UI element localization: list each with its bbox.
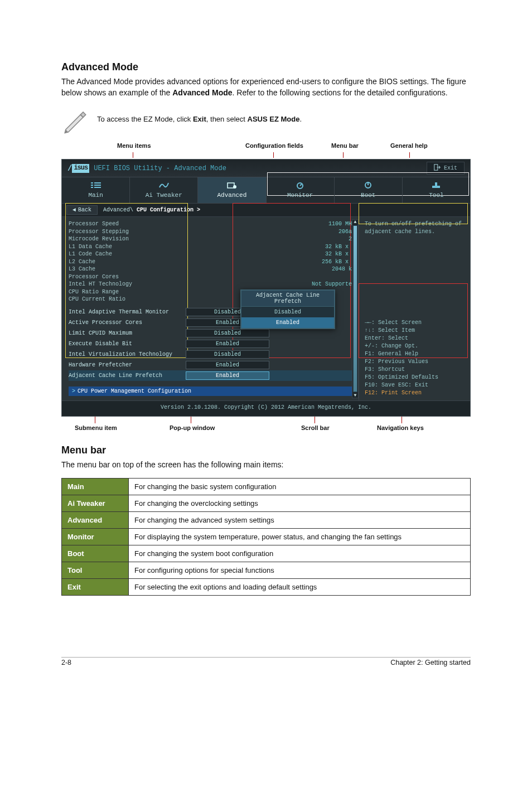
boot-icon — [337, 181, 400, 190]
setting-value[interactable]: Enabled — [186, 340, 269, 348]
setting-name: Adjacent Cache Line Prefetch — [69, 373, 186, 379]
tab-tool-label: Tool — [405, 192, 468, 199]
bios-tabs: Main Ai Tweaker Advanced Monitor Boot To… — [62, 177, 470, 204]
scroll-up-icon[interactable]: ▲ — [354, 220, 357, 224]
svg-rect-1 — [91, 182, 93, 183]
tab-ai-tweaker-label: Ai Tweaker — [132, 192, 195, 199]
info-name: Microcode Revision — [69, 235, 129, 243]
submenu-label: CPU Power Management Configuration — [78, 388, 191, 394]
info-name: Intel HT Technology — [69, 281, 132, 288]
chapter-label: Chapter 2: Getting started — [390, 659, 471, 666]
exit-icon — [434, 164, 441, 172]
table-key: Boot — [62, 545, 129, 562]
info-value: 32 kB x 2 — [325, 250, 355, 258]
breadcrumb-current: CPU Configuration > — [137, 207, 200, 213]
advanced-mode-heading: Advanced Mode — [61, 61, 471, 73]
popup-item-selected[interactable]: Enabled — [241, 317, 334, 328]
tab-ai-tweaker[interactable]: Ai Tweaker — [130, 177, 198, 203]
brand-text: isus — [72, 164, 89, 173]
tab-monitor[interactable]: Monitor — [267, 177, 335, 203]
back-label: Back — [78, 207, 91, 213]
nav-key-line: F1: General Help — [365, 350, 465, 358]
note-pencil-icon — [61, 106, 89, 136]
nav-key-line: +/-: Change Opt. — [365, 342, 465, 350]
svg-rect-3 — [91, 187, 93, 188]
callout-labels-top: Menu items Configuration fields Menu bar… — [61, 142, 471, 152]
bios-side-panel: To turn on/off prefetching of adjacent c… — [359, 217, 470, 400]
setting-row-selected[interactable]: Adjacent Cache Line PrefetchEnabled — [69, 370, 355, 381]
brand-logo: / isus — [67, 164, 89, 173]
table-key: Tool — [62, 562, 129, 579]
page-footer: 2-8 Chapter 2: Getting started — [61, 657, 471, 666]
nav-keys: →←: Select Screen ↑↓: Select Item Enter:… — [365, 319, 465, 397]
table-key: Monitor — [62, 529, 129, 545]
table-desc: For changing the basic system configurat… — [129, 479, 471, 495]
svg-rect-11 — [367, 182, 369, 185]
table-row: ExitFor selecting the exit options and l… — [62, 579, 471, 596]
exit-button[interactable]: Exit — [427, 162, 465, 175]
advanced-icon — [200, 181, 263, 190]
scroll-down-icon[interactable]: ▼ — [354, 393, 357, 398]
callout-menu-bar: Menu bar — [331, 142, 359, 149]
popup-window: Adjacent Cache Line Prefetch Disabled En… — [240, 289, 335, 329]
tab-boot-label: Boot — [337, 192, 400, 199]
ez-mode-note-text: To access the EZ Mode, click Exit, then … — [97, 106, 302, 123]
setting-row[interactable]: Execute Disable BitEnabled — [69, 339, 355, 349]
back-button[interactable]: ◄ Back — [66, 205, 98, 215]
table-row: MonitorFor displaying the system tempera… — [62, 529, 471, 545]
nav-key-line: ↑↓: Select Item — [365, 327, 465, 335]
svg-rect-12 — [432, 186, 440, 188]
callout-ticks-bottom — [61, 417, 471, 424]
general-help-text: To turn on/off prefetching of adjacent c… — [365, 220, 465, 235]
tab-main[interactable]: Main — [62, 177, 130, 203]
nav-key-line-highlight: F12: Print Screen — [365, 389, 465, 397]
callout-menu-items: Menu items — [117, 142, 151, 149]
tab-tool[interactable]: Tool — [403, 177, 470, 203]
setting-row[interactable]: Hardware PrefetcherEnabled — [69, 360, 355, 370]
tab-advanced-label: Advanced — [200, 192, 263, 199]
table-row: ToolFor configuring options for special … — [62, 562, 471, 579]
callout-nav-keys: Navigation keys — [377, 424, 424, 431]
chevron-right-icon: > — [72, 388, 75, 394]
popup-item[interactable]: Disabled — [241, 307, 334, 317]
svg-rect-4 — [94, 182, 101, 183]
info-value: 256 kB x 2 — [322, 258, 355, 266]
table-row: MainFor changing the basic system config… — [62, 479, 471, 495]
setting-value[interactable]: Enabled — [186, 371, 269, 380]
breadcrumb-pre: Advanced\ — [103, 207, 137, 213]
menu-bar-heading: Menu bar — [61, 445, 471, 456]
setting-row[interactable]: Limit CPUID MaximumDisabled — [69, 328, 355, 339]
callout-config-fields: Configuration fields — [245, 142, 303, 149]
nav-key-line: F2: Previous Values — [365, 358, 465, 366]
bios-breadcrumb: ◄ Back Advanced\ CPU Configuration > — [62, 204, 470, 217]
scroll-bar[interactable]: ▲ ▼ — [352, 219, 359, 398]
setting-name: Limit CPUID Maximum — [69, 330, 186, 336]
callout-popup-window: Pop-up window — [170, 424, 215, 431]
scroll-thumb[interactable] — [353, 225, 357, 392]
brand-slash: / — [67, 164, 72, 173]
setting-value[interactable]: Enabled — [186, 361, 269, 369]
tab-advanced[interactable]: Advanced — [198, 177, 266, 203]
advanced-mode-paragraph: The Advanced Mode provides advanced opti… — [61, 76, 471, 98]
table-row: Ai TweakerFor changing the overclocking … — [62, 495, 471, 512]
setting-value[interactable]: Disabled — [186, 329, 269, 337]
callout-labels-bottom: Submenu item Pop-up window Scroll bar Na… — [61, 424, 471, 434]
setting-row[interactable]: Intel Virtualization TechnologyDisabled — [69, 349, 355, 360]
tab-main-label: Main — [64, 192, 127, 199]
monitor-icon — [269, 181, 332, 190]
nav-key-line: →←: Select Screen — [365, 319, 465, 327]
table-key: Ai Tweaker — [62, 495, 129, 512]
menu-bar-table: MainFor changing the basic system config… — [61, 478, 471, 596]
nav-key-line: F5: Optimized Defaults — [365, 374, 465, 381]
note-exit-bold: Exit — [193, 115, 206, 123]
advanced-mode-para-post: . Refer to the following sections for th… — [233, 88, 448, 97]
setting-value[interactable]: Disabled — [186, 350, 269, 359]
table-desc: For changing the system boot configurati… — [129, 545, 471, 562]
info-name: Processor Speed — [69, 220, 119, 228]
info-name: Processor Cores — [69, 273, 119, 281]
tab-boot[interactable]: Boot — [335, 177, 403, 203]
bios-main-panel: Processor Speed1100 MHz Processor Steppi… — [62, 217, 359, 400]
info-value: Not Supported — [312, 281, 355, 288]
submenu-row[interactable]: >CPU Power Management Configuration — [69, 386, 355, 396]
setting-name: Hardware Prefetcher — [69, 362, 186, 368]
